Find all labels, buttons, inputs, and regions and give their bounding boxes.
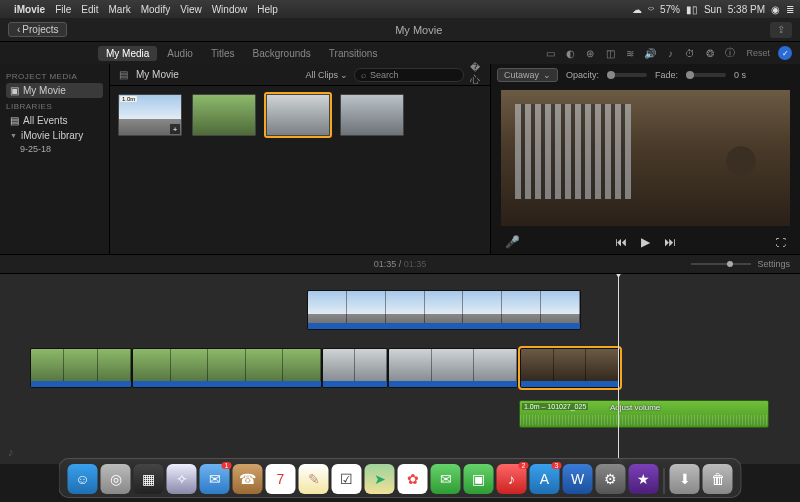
wifi-icon[interactable]: ⌔ [648,4,654,15]
dock-downloads-icon[interactable]: ⬇ [670,464,700,494]
dock-maps-icon[interactable]: ➤ [365,464,395,494]
menu-window[interactable]: Window [212,4,248,15]
menu-mark[interactable]: Mark [108,4,130,15]
cloud-icon[interactable]: ☁ [632,4,642,15]
clip-filter-dropdown[interactable]: All Clips ⌄ [305,70,348,80]
project-media-heading: PROJECT MEDIA [6,72,103,81]
dock-word-icon[interactable]: W [563,464,593,494]
settings-button[interactable]: Settings [757,259,790,269]
play-button[interactable]: ▶ [641,235,650,249]
timeline-clip[interactable] [322,348,388,388]
add-to-timeline-icon[interactable]: + [170,124,180,134]
timeline-clip[interactable] [388,348,518,388]
thumbnail-clip-green[interactable] [192,94,256,136]
search-input[interactable]: ⌕ Search [354,68,464,82]
preview-viewer: Cutaway ⌄ Opacity: Fade: 0 s 🎤 ⏮ ▶ ⏭ ⛶ [490,64,800,254]
tab-transitions[interactable]: Transitions [321,46,386,61]
share-button[interactable]: ⇪ [770,22,792,38]
filter-icon[interactable]: ❂ [702,46,718,60]
dock-contacts-icon[interactable]: ☎ [233,464,263,494]
calendar-icon: ▤ [10,115,19,126]
overlay-mode-dropdown[interactable]: Cutaway ⌄ [497,68,558,82]
video-preview[interactable] [501,90,790,226]
color-correct-icon[interactable]: ⊛ [582,46,598,60]
overlay-track[interactable] [0,290,800,334]
dock-notes-icon[interactable]: ✎ [299,464,329,494]
menu-view[interactable]: View [180,4,202,15]
timeline-clip[interactable] [30,348,132,388]
fade-slider[interactable] [686,73,726,77]
color-balance-icon[interactable]: ◐ [562,46,578,60]
dock-preferences-icon[interactable]: ⚙ [596,464,626,494]
menu-edit[interactable]: Edit [81,4,98,15]
fullscreen-icon[interactable]: ⛶ [776,237,786,248]
audio-track[interactable]: 1.0m – 101027_025 Adjust volume [0,400,800,430]
dock-imovie-icon[interactable]: ★ [629,464,659,494]
media-tabs: My Media Audio Titles Backgrounds Transi… [98,46,385,61]
timeline-clip[interactable] [520,348,620,388]
clip-filter-label: All Clips [305,70,338,80]
notification-center-icon[interactable]: ≣ [786,4,794,15]
thumbnail-grid: 1.0m+ [110,86,490,144]
time-current: 01:35 [374,259,397,269]
volume-icon[interactable]: 🔊 [642,46,658,60]
sidebar-item-all-events[interactable]: ▤ All Events [6,113,103,128]
dock-trash-icon[interactable]: 🗑 [703,464,733,494]
voiceover-mic-icon[interactable]: 🎤 [505,235,520,249]
disclosure-triangle-icon[interactable]: ▼ [10,132,17,139]
dock-reminders-icon[interactable]: ☑ [332,464,362,494]
timeline-clip[interactable] [307,290,581,330]
speed-icon[interactable]: ⏱ [682,46,698,60]
tab-my-media[interactable]: My Media [98,46,157,61]
noise-reduce-icon[interactable]: ♪ [662,46,678,60]
tab-titles[interactable]: Titles [203,46,243,61]
libraries-heading: LIBRARIES [6,102,103,111]
thumbnail-clip-sky[interactable]: 1.0m+ [118,94,182,136]
projects-button[interactable]: ‹ Projects [8,22,67,37]
dock-mission-control-icon[interactable]: ▦ [134,464,164,494]
dock-messages-icon[interactable]: ✉ [431,464,461,494]
apply-check-icon[interactable]: ✓ [778,46,792,60]
siri-icon[interactable]: ◉ [771,4,780,15]
dock-itunes-icon[interactable]: ♪2 [497,464,527,494]
playhead[interactable] [618,274,619,464]
primary-track[interactable] [0,348,800,392]
sidebar-item-library[interactable]: ▼ iMovie Library [6,128,103,143]
menu-modify[interactable]: Modify [141,4,170,15]
stabilize-icon[interactable]: ≋ [622,46,638,60]
dock-finder-icon[interactable]: ☺ [68,464,98,494]
dock-mail-icon[interactable]: ✉1 [200,464,230,494]
app-name[interactable]: iMovie [14,4,45,15]
prev-button[interactable]: ⏮ [615,235,627,249]
audio-clip[interactable]: 1.0m – 101027_025 Adjust volume [519,400,769,428]
battery-icon: ▮▯ [686,4,698,15]
timeline[interactable]: 1.0m – 101027_025 Adjust volume ♪ [0,274,800,464]
dock-launchpad-icon[interactable]: ◎ [101,464,131,494]
menu-file[interactable]: File [55,4,71,15]
dock-facetime-icon[interactable]: ▣ [464,464,494,494]
dock-appstore-icon[interactable]: A3 [530,464,560,494]
thumbnail-clip-mountain[interactable] [266,94,330,136]
sidebar-item-my-movie[interactable]: ▣ My Movie [6,83,103,98]
reset-button[interactable]: Reset [746,48,770,58]
timeline-clip[interactable] [132,348,322,388]
music-well-icon[interactable]: ♪ [8,446,14,458]
tab-audio[interactable]: Audio [159,46,201,61]
sidebar-item-date[interactable]: 9-25-18 [6,143,103,155]
zoom-slider[interactable] [691,263,751,265]
menu-help[interactable]: Help [257,4,278,15]
dock-calendar-icon[interactable]: 7 [266,464,296,494]
next-button[interactable]: ⏭ [664,235,676,249]
clock-day: Sun [704,4,722,15]
dock-safari-icon[interactable]: ✧ [167,464,197,494]
browser-settings-icon[interactable]: �心 [470,68,484,82]
list-view-icon[interactable]: ▤ [116,68,130,82]
auto-enhance-icon[interactable]: ▭ [542,46,558,60]
info-icon[interactable]: ⓘ [722,46,738,60]
opacity-slider[interactable] [607,73,647,77]
browser-title: My Movie [136,69,179,80]
tab-backgrounds[interactable]: Backgrounds [244,46,318,61]
thumbnail-clip-street[interactable] [340,94,404,136]
dock-photos-icon[interactable]: ✿ [398,464,428,494]
crop-icon[interactable]: ◫ [602,46,618,60]
